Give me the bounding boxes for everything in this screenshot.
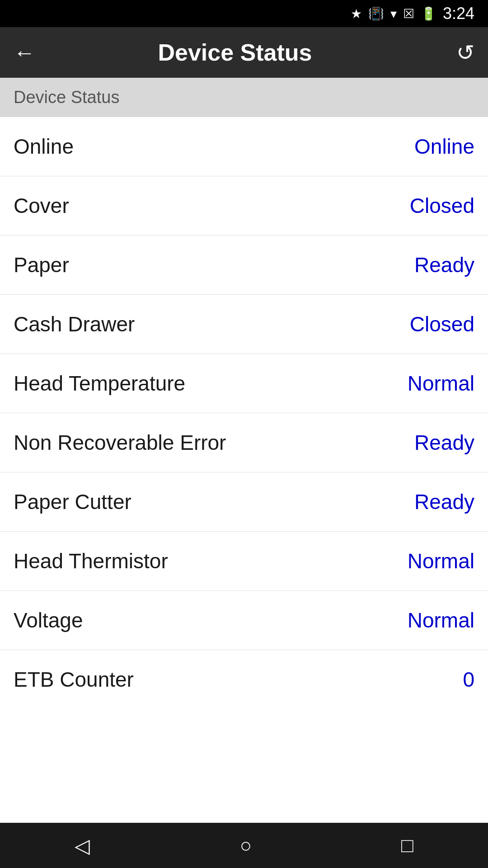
table-row: ETB Counter0 [0,650,488,709]
table-row: Cash DrawerClosed [0,295,488,354]
table-row: Paper CutterReady [0,472,488,532]
wifi-icon: ▾ [390,6,397,21]
table-row: CoverClosed [0,176,488,236]
status-item-label: Head Thermistor [14,549,168,573]
nav-back-button[interactable]: ◁ [75,834,90,857]
table-row: Non Recoverable ErrorReady [0,413,488,472]
status-item-value: Ready [414,490,474,514]
status-bar: ★ 📳 ▾ ☒ 🔋 3:24 [0,0,488,27]
app-bar: ← Device Status ↺ [0,27,488,78]
status-item-label: Cash Drawer [14,312,135,336]
status-item-label: Head Temperature [14,371,185,396]
status-list: OnlineOnlineCoverClosedPaperReadyCash Dr… [0,117,488,709]
status-item-value: Ready [414,253,474,277]
status-item-value: Ready [414,430,474,455]
signal-icon: ☒ [403,6,414,21]
bluetooth-icon: ★ [351,6,362,21]
status-item-value: Closed [410,312,474,336]
time-display: 3:24 [443,4,474,23]
status-item-value: Normal [408,549,474,573]
back-button[interactable]: ← [14,40,35,65]
nav-recent-button[interactable]: □ [401,834,413,857]
status-item-label: ETB Counter [14,667,134,692]
status-icons: ★ 📳 ▾ ☒ 🔋 3:24 [351,4,474,23]
section-header-label: Device Status [14,88,119,107]
status-item-label: Cover [14,193,69,218]
status-item-value: Normal [408,371,474,396]
table-row: PaperReady [0,236,488,295]
nav-bar: ◁ ○ □ [0,823,488,868]
table-row: Head TemperatureNormal [0,354,488,413]
status-item-value: 0 [463,667,474,692]
status-item-label: Non Recoverable Error [14,430,226,455]
battery-icon: 🔋 [421,6,436,21]
table-row: OnlineOnline [0,117,488,176]
vibrate-icon: 📳 [368,6,384,21]
app-bar-title: Device Status [35,39,435,66]
status-item-label: Voltage [14,608,83,632]
section-header: Device Status [0,78,488,117]
table-row: VoltageNormal [0,591,488,650]
nav-home-button[interactable]: ○ [239,834,252,857]
status-item-label: Paper [14,253,69,277]
status-item-value: Online [414,134,474,159]
status-item-value: Closed [410,193,474,218]
table-row: Head ThermistorNormal [0,532,488,591]
status-item-value: Normal [408,608,474,632]
status-item-label: Paper Cutter [14,490,131,514]
status-item-label: Online [14,134,74,159]
refresh-button[interactable]: ↺ [456,40,474,65]
